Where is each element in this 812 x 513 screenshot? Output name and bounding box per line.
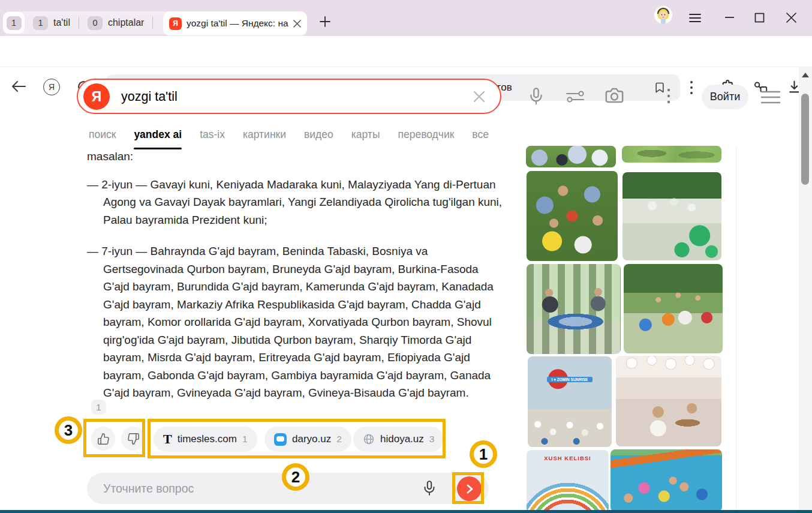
yandex-home-icon[interactable]: Я <box>43 79 60 95</box>
search-box[interactable]: Я <box>77 79 501 114</box>
tab-group-count: 1 <box>33 16 48 30</box>
timesles-logo-icon: T <box>163 433 172 446</box>
window-minimize-icon[interactable] <box>724 16 735 19</box>
source-chip-daryo[interactable]: daryo.uz 2 <box>264 427 351 452</box>
thumbs-up-button[interactable] <box>91 427 115 451</box>
header-hamburger-icon[interactable] <box>760 90 781 104</box>
crowd <box>528 409 612 447</box>
thumbs-up-icon <box>97 433 110 445</box>
tab-video[interactable]: видео <box>304 128 333 146</box>
xush-banner-text: XUSH KELIBSI <box>527 455 609 461</box>
browser-toolbar: Я yandex.uz yozgi ta'til — Яндекс: нашло… <box>0 36 812 67</box>
tab-group-count: 0 <box>88 16 103 30</box>
tab-group-label: ta'til <box>53 17 70 28</box>
answer-item: — 2-iyun — Gavayi kuni, Keniyada Madarak… <box>87 176 503 229</box>
thumbs-down-button[interactable] <box>121 427 145 451</box>
tab-tas-ix[interactable]: tas-ix <box>200 128 225 146</box>
followup-bar <box>87 473 489 504</box>
clear-search-icon[interactable] <box>473 90 486 103</box>
voice-search-mic-icon[interactable] <box>527 87 545 106</box>
thumbnail-kids-checkers-indoor[interactable] <box>616 356 721 446</box>
tab-group-tatil[interactable]: 1 ta'til <box>31 16 73 30</box>
thumbnail-xush-kelibsiz-arch[interactable]: XUSH KELIBSI <box>527 450 609 513</box>
daryo-logo-icon <box>274 433 287 446</box>
send-question-button[interactable] <box>457 476 482 501</box>
active-tab[interactable]: Я yozgi ta'til — Яндекс: на <box>163 11 307 35</box>
window-close-icon[interactable] <box>786 13 796 23</box>
window-bottom-edge <box>0 510 812 513</box>
yandex-logo-icon: Я <box>83 83 110 110</box>
all-tabs-button[interactable]: 1 <box>3 12 25 34</box>
tab-groups-panel: 1 1 ta'til 0 chiptalar <box>3 11 179 34</box>
header-more-icon[interactable] <box>667 88 670 104</box>
window-menu-icon[interactable] <box>688 13 702 23</box>
thumbnail-kids-green-balloons[interactable] <box>622 172 721 260</box>
image-search-camera-icon[interactable] <box>605 86 624 104</box>
search-service-tabs: поиск yandex ai tas-ix картинки видео ка… <box>89 128 489 146</box>
window-maximize-icon[interactable] <box>754 13 765 23</box>
source-chip-timesles[interactable]: T timesles.com 1 <box>154 427 257 452</box>
scrollbar-up-arrow[interactable] <box>802 73 809 77</box>
globe-icon <box>363 433 375 445</box>
tab-search[interactable]: поиск <box>89 128 116 146</box>
followup-question-input[interactable] <box>103 479 403 497</box>
thumbs-down-icon <box>127 433 140 445</box>
annotation-marker-1: 1 <box>470 440 497 468</box>
thumbnail-kids-playing-chess[interactable] <box>527 264 621 354</box>
followup-mic-icon[interactable] <box>422 480 437 497</box>
back-icon[interactable] <box>11 80 26 93</box>
search-input[interactable] <box>121 88 457 106</box>
page-scrollbar-thumb[interactable] <box>801 94 809 185</box>
divider <box>152 17 153 29</box>
browser-window: { "glyphs": { "ya": "Я", "timesles": "T"… <box>0 0 812 513</box>
send-chevron-icon <box>465 484 474 494</box>
thumbnail-kids-hands-raised[interactable] <box>624 264 723 353</box>
source-chip-hidoya[interactable]: hidoya.uz 3 <box>353 427 444 452</box>
tab-yandex-ai[interactable]: yandex ai <box>134 128 182 146</box>
tab-maps[interactable]: карты <box>351 128 380 146</box>
thumbnail-kids-swimming-pool[interactable] <box>610 449 722 512</box>
divider <box>79 17 79 29</box>
browser-titlebar: 1 1 ta'til 0 chiptalar Я yozgi ta'til — … <box>0 0 812 36</box>
login-button[interactable]: Войти <box>702 85 748 109</box>
tab-group-label: chiptalar <box>108 17 144 28</box>
citation-badge[interactable]: 1 <box>91 400 106 415</box>
answer-intro: masalan: <box>87 148 503 166</box>
bookmark-icon[interactable] <box>654 80 666 95</box>
thumbnail-kids-circle-on-grass[interactable] <box>527 171 618 261</box>
annotation-marker-3: 3 <box>55 416 82 444</box>
ai-answer: masalan: — 2-iyun — Gavayi kuni, Keniyad… <box>87 148 503 416</box>
tab-all[interactable]: все <box>472 128 489 146</box>
sidebar-divider <box>736 146 736 510</box>
new-tab-button[interactable] <box>319 16 331 28</box>
tab-group-chiptalar[interactable]: 0 chiptalar <box>85 16 146 30</box>
thumbnail-kids-blue-shirts-partial[interactable] <box>526 146 616 167</box>
tab-title: yozgi ta'til — Яндекс: на <box>187 18 288 29</box>
more-menu-icon[interactable] <box>690 80 693 95</box>
tab-images[interactable]: картинки <box>243 128 286 146</box>
all-tabs-count: 1 <box>7 16 22 30</box>
thumbnail-zomin-heart-arch[interactable]: I ♥ ZOMIN SUNRISE <box>528 356 612 447</box>
zomin-banner-text: I ♥ ZOMIN SUNRISE <box>547 377 593 382</box>
yandex-favicon-icon: Я <box>169 17 182 30</box>
tab-translator[interactable]: переводчик <box>398 128 454 146</box>
search-filters-icon[interactable] <box>565 89 585 104</box>
close-tab-icon[interactable] <box>293 20 301 28</box>
profile-avatar[interactable] <box>654 6 672 24</box>
answer-item: — 7-iyun — Bahraynda G'ajd bayram, Benin… <box>87 242 503 402</box>
thumbnail-grass-partial[interactable] <box>622 146 721 163</box>
